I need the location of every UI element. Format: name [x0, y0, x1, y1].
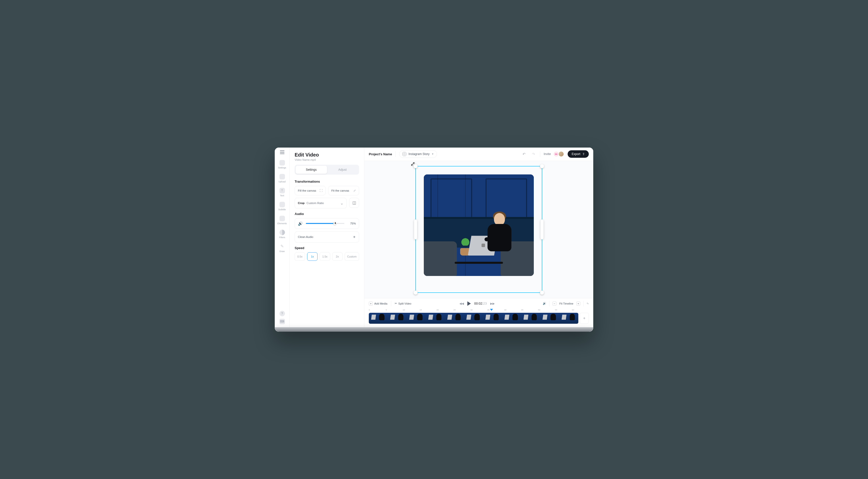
- transformations-heading: Transformations: [294, 180, 359, 183]
- crop-handle-bl[interactable]: [413, 291, 417, 295]
- skip-forward-button[interactable]: ▶▶: [490, 302, 495, 305]
- speed-options: 0.5x 1x 1.5x 2x Custom: [294, 252, 359, 261]
- upload-icon: ⇪: [582, 152, 585, 156]
- fit-timeline-button[interactable]: Fit Timeline: [559, 302, 574, 305]
- sidebar-item-text[interactable]: TText: [275, 185, 289, 199]
- add-media-button[interactable]: +Add Media: [369, 301, 388, 306]
- text-icon: T: [279, 188, 285, 193]
- tab-adjust[interactable]: Adjust: [327, 166, 358, 174]
- chevron-down-icon: ⌄: [340, 201, 343, 205]
- subtitle-icon: [279, 202, 285, 207]
- playhead[interactable]: [490, 309, 493, 311]
- volume-slider[interactable]: [306, 223, 344, 224]
- timecode: 00:02:23: [474, 301, 487, 305]
- pencil-icon: ✎: [279, 244, 285, 249]
- sidebar: Settings Upload TText Subtitle Elements …: [275, 148, 290, 327]
- volume-value: 75%: [347, 222, 356, 225]
- mute-button[interactable]: 🔊: [543, 302, 546, 305]
- filters-icon: [279, 230, 285, 235]
- play-button[interactable]: [467, 301, 471, 306]
- laptop-base: [275, 327, 593, 332]
- sidebar-item-draw[interactable]: ✎Draw: [275, 241, 289, 255]
- shapes-icon: [279, 216, 285, 221]
- fill-canvas-button[interactable]: Fill the canvas⛶: [294, 186, 326, 195]
- waveform-icon[interactable]: ∿: [587, 302, 589, 305]
- crop-ratio-select[interactable]: Crop Custom Ratio ⌄: [294, 198, 347, 209]
- speed-1x[interactable]: 1x: [307, 252, 317, 261]
- video-track[interactable]: +: [369, 313, 589, 324]
- speaker-icon[interactable]: 🔊: [298, 221, 303, 226]
- clean-audio-button[interactable]: Clean Audio ✦: [294, 231, 359, 243]
- audio-heading: Audio: [294, 212, 359, 216]
- edit-panel: Edit Video Video Name.mp4 Settings Adjus…: [290, 148, 364, 327]
- crop-icon: ◫: [352, 200, 356, 205]
- skip-back-button[interactable]: ◀◀: [459, 302, 464, 305]
- speed-1-5x[interactable]: 1.5x: [319, 252, 330, 261]
- gear-icon: [279, 160, 285, 165]
- split-video-button[interactable]: ✂Split Video: [395, 302, 411, 305]
- zoom-in-button[interactable]: +: [576, 301, 580, 306]
- panel-tabs: Settings Adjust: [294, 165, 359, 175]
- canvas[interactable]: ↔: [364, 161, 593, 298]
- project-name[interactable]: Project's Name: [369, 152, 392, 156]
- timeline: +Add Media ✂Split Video ◀◀ 00:02:23 ▶▶ 🔊…: [364, 298, 593, 327]
- fit-canvas-button[interactable]: Fit the canvas⤢: [328, 186, 359, 195]
- crop-handle-left[interactable]: [414, 220, 417, 240]
- upload-icon: [279, 174, 285, 180]
- crop-bounding-box[interactable]: ↔: [415, 166, 542, 293]
- speed-0-5x[interactable]: 0.5x: [294, 252, 305, 261]
- invite-button[interactable]: Invite: [544, 152, 551, 156]
- crop-handle-right[interactable]: [540, 220, 544, 240]
- speed-custom[interactable]: Custom: [345, 252, 359, 261]
- topbar: Project's Name Instagram Story ▼ ↶ ↷ Inv…: [364, 148, 593, 161]
- scissors-icon: ✂: [395, 302, 397, 305]
- speed-2x[interactable]: 2x: [332, 252, 343, 261]
- crop-handle-tl[interactable]: [413, 164, 417, 168]
- menu-icon[interactable]: [280, 151, 284, 154]
- instagram-icon: [402, 152, 406, 156]
- crop-button[interactable]: ◫: [349, 198, 359, 208]
- keyboard-icon[interactable]: ⌨: [279, 319, 285, 324]
- video-clip[interactable]: [369, 313, 578, 324]
- undo-button[interactable]: ↶: [521, 151, 527, 157]
- avatar: [558, 151, 564, 157]
- video-preview[interactable]: [424, 174, 534, 276]
- zoom-out-button[interactable]: −: [553, 301, 556, 306]
- crop-handle-tr[interactable]: [540, 164, 544, 168]
- arrows-out-icon: ⤢: [353, 189, 356, 192]
- video-filename: Video Name.mp4: [294, 158, 359, 161]
- format-select[interactable]: Instagram Story ▼: [399, 150, 437, 158]
- help-icon[interactable]: ?: [279, 311, 285, 316]
- tab-settings[interactable]: Settings: [296, 166, 327, 174]
- crop-handle-br[interactable]: [540, 291, 544, 295]
- panel-title: Edit Video: [294, 152, 359, 158]
- collaborators[interactable]: SK: [554, 151, 564, 157]
- redo-button[interactable]: ↷: [531, 151, 536, 157]
- sidebar-item-subtitle[interactable]: Subtitle: [275, 199, 289, 213]
- volume-row: 🔊 75%: [294, 218, 359, 229]
- add-clip-button[interactable]: +: [580, 313, 589, 324]
- sidebar-item-upload[interactable]: Upload: [275, 171, 289, 185]
- sidebar-item-elements[interactable]: Elements: [275, 213, 289, 227]
- speed-heading: Speed: [294, 246, 359, 250]
- sparkle-icon: ✦: [352, 235, 356, 240]
- export-button[interactable]: Export ⇪: [568, 150, 589, 158]
- expand-icon: ⛶: [319, 189, 322, 192]
- timeline-ruler[interactable]: 051015202530354045505560: [369, 309, 589, 312]
- sidebar-item-filters[interactable]: Filters: [275, 227, 289, 241]
- sidebar-item-settings[interactable]: Settings: [275, 158, 289, 171]
- caret-down-icon: ▼: [432, 153, 434, 155]
